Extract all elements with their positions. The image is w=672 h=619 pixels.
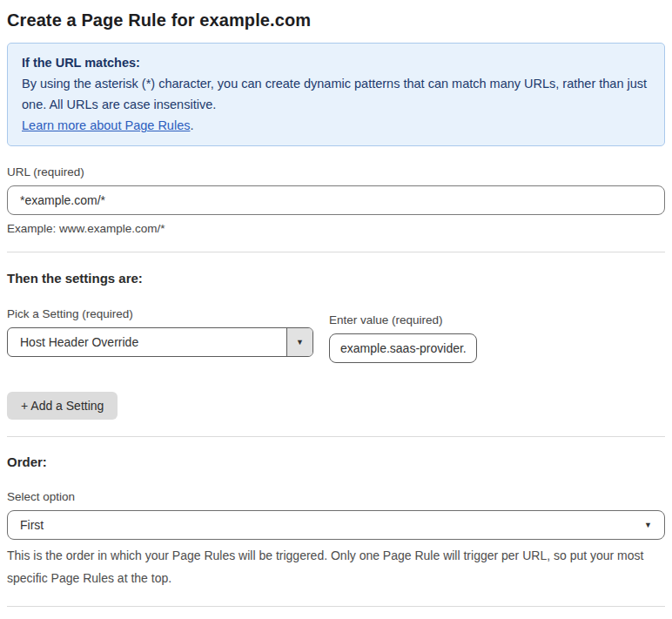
page-title: Create a Page Rule for example.com [7, 10, 665, 30]
divider [7, 606, 665, 607]
value-field-label: Enter value (required) [329, 313, 477, 326]
order-select-value: First [20, 518, 44, 532]
setting-select-column: Pick a Setting (required) Host Header Ov… [7, 307, 313, 357]
url-example-hint: Example: www.example.com/* [7, 222, 665, 235]
url-match-info-box: If the URL matches: By using the asteris… [7, 43, 665, 146]
link-period: . [190, 118, 193, 132]
setting-value-input[interactable] [329, 333, 477, 363]
divider [7, 252, 665, 252]
info-box-link-line: Learn more about Page Rules. [22, 115, 650, 136]
chevron-down-icon: ▼ [644, 521, 652, 529]
info-box-heading: If the URL matches: [22, 52, 650, 73]
order-select-label: Select option [7, 490, 665, 503]
order-section-heading: Order: [7, 454, 665, 469]
settings-row: Pick a Setting (required) Host Header Ov… [7, 307, 665, 363]
divider [7, 436, 665, 437]
setting-select-label: Pick a Setting (required) [7, 307, 313, 320]
setting-select-arrow-button[interactable]: ▼ [286, 328, 312, 356]
settings-section-heading: Then the settings are: [7, 271, 665, 286]
url-input[interactable] [7, 185, 665, 215]
setting-select[interactable]: Host Header Override ▼ [7, 327, 313, 357]
url-field-label: URL (required) [7, 165, 665, 178]
learn-more-link[interactable]: Learn more about Page Rules [22, 118, 190, 132]
chevron-down-icon: ▼ [296, 338, 304, 347]
setting-select-value: Host Header Override [8, 328, 286, 356]
order-select[interactable]: First ▼ [7, 510, 665, 540]
setting-value-column: Enter value (required) [329, 313, 477, 363]
add-setting-button[interactable]: + Add a Setting [7, 392, 118, 420]
info-box-body: By using the asterisk (*) character, you… [22, 73, 650, 115]
order-help-text: This is the order in which your Page Rul… [7, 544, 665, 589]
